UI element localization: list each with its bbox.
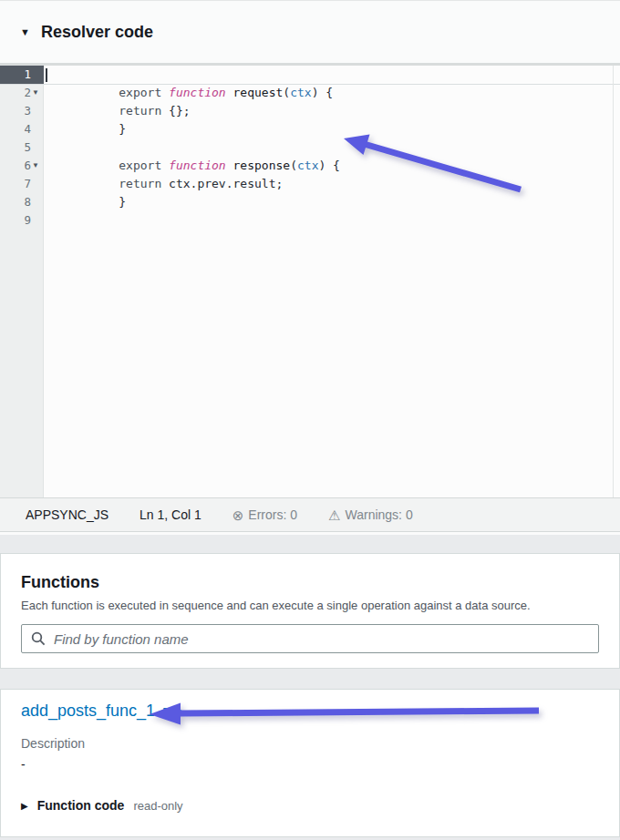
function-code-label: Function code xyxy=(37,798,125,813)
editor-mode-label: APPSYNC_JS xyxy=(26,507,108,522)
line-number: 8 xyxy=(0,193,44,211)
search-icon xyxy=(31,631,46,646)
text-cursor xyxy=(46,68,47,82)
errors-status: ⊗ Errors: 0 xyxy=(232,507,297,522)
functions-description: Each function is executed in sequence an… xyxy=(21,599,599,612)
line-number: 6▼ xyxy=(0,157,44,175)
code-text: return {}; xyxy=(44,102,191,120)
warning-icon: ⚠ xyxy=(328,508,340,522)
code-line-6[interactable]: 6▼ export function response(ctx) { xyxy=(0,157,620,175)
errors-label: Errors: 0 xyxy=(248,507,297,522)
line-number: 3 xyxy=(0,102,44,120)
code-line-1[interactable]: 1 xyxy=(0,66,620,84)
code-text xyxy=(44,211,47,230)
section-gap xyxy=(0,669,620,689)
code-text: } xyxy=(44,193,126,211)
line-number: 2▼ xyxy=(0,84,44,102)
section-gap xyxy=(0,535,620,553)
cursor-position-label: Ln 1, Col 1 xyxy=(140,507,202,522)
functions-title: Functions xyxy=(21,573,599,592)
editor-status-bar: APPSYNC_JS Ln 1, Col 1 ⊗ Errors: 0 ⚠ War… xyxy=(0,497,620,532)
function-code-expander[interactable]: ▶ Function code read-only xyxy=(21,798,599,813)
code-line-5[interactable]: 5 xyxy=(0,138,620,157)
functions-section: Functions Each function is executed in s… xyxy=(0,553,620,669)
code-line-4[interactable]: 4 } xyxy=(0,120,620,138)
errors-icon: ⊗ xyxy=(232,508,244,522)
function-name-link[interactable]: add_posts_func_1 xyxy=(21,702,155,721)
resolver-code-header[interactable]: ▼ Resolver code xyxy=(0,1,620,63)
line-number: 5 xyxy=(0,138,44,157)
code-line-7[interactable]: 7 return ctx.prev.result; xyxy=(0,175,620,193)
line-number: 7 xyxy=(0,175,44,193)
fold-triangle-icon[interactable]: ▼ xyxy=(32,84,42,102)
code-line-9[interactable]: 9 xyxy=(0,211,620,230)
line-number: 9 xyxy=(0,211,44,230)
code-line-2[interactable]: 2▼ export function request(ctx) { xyxy=(0,84,620,102)
expand-triangle-icon: ▶ xyxy=(21,801,28,811)
code-text: export function response(ctx) { xyxy=(44,157,340,175)
code-text: return ctx.prev.result; xyxy=(44,175,283,193)
line-number: 1 xyxy=(0,66,44,84)
appsync-resolver-page: ▼ Resolver code 12▼ export function requ… xyxy=(0,0,620,840)
collapse-triangle-icon: ▼ xyxy=(20,23,30,41)
code-lines: 12▼ export function request(ctx) {3 retu… xyxy=(0,66,620,230)
code-line-3[interactable]: 3 return {}; xyxy=(0,102,620,120)
code-text: export function request(ctx) { xyxy=(44,84,333,102)
scrollbar-track[interactable] xyxy=(613,66,614,497)
line-number: 4 xyxy=(0,120,44,138)
code-editor[interactable]: 12▼ export function request(ctx) {3 retu… xyxy=(0,63,620,497)
code-text xyxy=(44,138,47,157)
read-only-badge: read-only xyxy=(133,799,182,813)
function-search-box[interactable] xyxy=(21,624,599,653)
warnings-label: Warnings: 0 xyxy=(345,507,412,522)
code-text: } xyxy=(44,120,126,138)
resolver-code-section: ▼ Resolver code 12▼ export function requ… xyxy=(0,0,620,535)
resolver-code-title: Resolver code xyxy=(41,23,153,41)
code-line-8[interactable]: 8 } xyxy=(0,193,620,211)
description-label: Description xyxy=(21,736,599,751)
function-title-row: add_posts_func_1 Edit xyxy=(21,702,599,721)
function-item-card: add_posts_func_1 Edit Description - ▶ Fu… xyxy=(0,689,620,837)
description-value: - xyxy=(21,757,599,772)
warnings-status: ⚠ Warnings: 0 xyxy=(328,507,413,522)
function-search-input[interactable] xyxy=(54,631,589,647)
edit-function-link[interactable]: Edit xyxy=(162,706,181,719)
fold-triangle-icon[interactable]: ▼ xyxy=(32,157,42,175)
